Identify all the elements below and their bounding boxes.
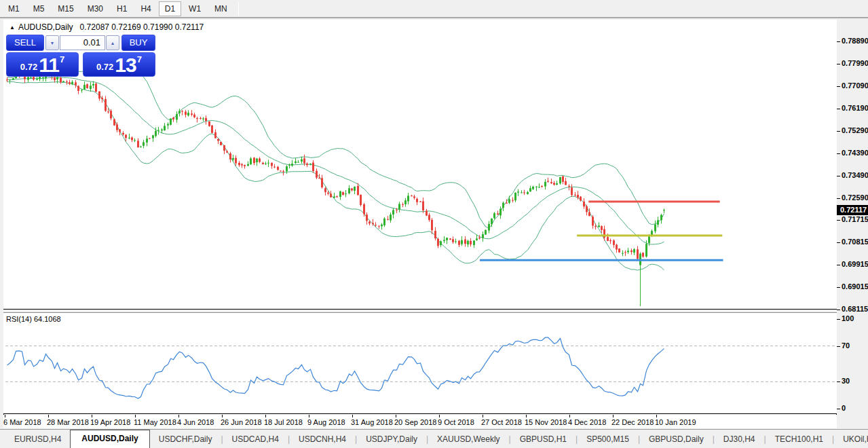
volume-input[interactable]: 0.01 bbox=[60, 35, 105, 50]
tab-gbpusd-daily[interactable]: GBPUSD,Daily bbox=[640, 431, 713, 448]
timeframe-toolbar: M1M5M15M30H1H4D1W1MN bbox=[0, 0, 868, 18]
rsi-tick-label: 0 bbox=[842, 404, 846, 412]
tab-dj30-h4[interactable]: DJ30,H4 bbox=[715, 431, 764, 448]
price-tick-mark bbox=[837, 41, 840, 42]
chart-title: ▲AUDUSD,Daily0.72087 0.72169 0.71990 0.7… bbox=[10, 22, 204, 32]
date-label: 31 Aug 2018 bbox=[351, 418, 393, 426]
ask-price-big-digits: 13 bbox=[115, 56, 136, 74]
one-click-trading-panel: SELL ▼ 0.01 ▲ BUY 0.72 11 7 0.72 13 7 bbox=[6, 34, 155, 77]
price-tick-mark bbox=[837, 109, 840, 109]
volume-increase-button[interactable]: ▲ bbox=[106, 35, 119, 50]
volume-decrease-button[interactable]: ▼ bbox=[45, 35, 59, 50]
date-label: 11 May 2018 bbox=[134, 418, 176, 426]
buy-button[interactable]: BUY bbox=[121, 35, 155, 51]
price-tick-label: 0.71715 bbox=[842, 215, 868, 223]
chevron-up-icon: ▲ bbox=[111, 41, 115, 45]
chart-symbol-label: AUDUSD,Daily bbox=[18, 22, 73, 32]
price-tick-mark bbox=[837, 198, 840, 199]
price-tick-label: 0.72590 bbox=[842, 193, 868, 202]
price-tick-label: 0.69915 bbox=[842, 260, 868, 268]
rsi-indicator-label: RSI(14) 64.1068 bbox=[6, 315, 61, 323]
date-label: 18 Jul 2018 bbox=[264, 418, 303, 426]
date-label: 20 Sep 2018 bbox=[394, 418, 436, 426]
date-label: 19 Apr 2018 bbox=[90, 418, 130, 426]
price-tick-label: 0.75290 bbox=[842, 126, 868, 134]
price-tick-label: 0.78890 bbox=[842, 37, 868, 45]
rsi-tick-label: 30 bbox=[842, 377, 850, 385]
date-label: 9 Aug 2018 bbox=[307, 418, 345, 426]
tab-xauusd-weekly[interactable]: XAUUSD,Weekly bbox=[428, 431, 508, 448]
price-tick-label: 0.77090 bbox=[842, 81, 868, 90]
timeframe-button-m30[interactable]: M30 bbox=[81, 1, 109, 16]
timeframe-button-d1[interactable]: D1 bbox=[159, 1, 181, 16]
price-tick-mark bbox=[837, 287, 840, 288]
tab-usdchf-daily[interactable]: USDCHF,Daily bbox=[150, 431, 221, 448]
trading-platform-window: M1M5M15M30H1H4D1W1MN ▲AUDUSD,Daily0.7208… bbox=[0, 0, 868, 448]
price-tick-mark bbox=[837, 220, 840, 221]
price-tick-mark bbox=[837, 176, 840, 176]
price-tick-label: 0.70815 bbox=[842, 238, 868, 246]
date-label: 4 Jun 2018 bbox=[177, 418, 214, 426]
tab-sp500-m15[interactable]: SP500,M15 bbox=[578, 431, 638, 448]
timeframe-button-h4[interactable]: H4 bbox=[134, 1, 157, 16]
rsi-tick-mark bbox=[837, 381, 840, 382]
timeframe-button-mn[interactable]: MN bbox=[208, 1, 233, 16]
tab-audusd-daily[interactable]: AUDUSD,Daily bbox=[70, 430, 149, 448]
rsi-tick-mark bbox=[837, 319, 840, 320]
price-tick-mark bbox=[837, 64, 840, 64]
price-tick-mark bbox=[837, 265, 840, 265]
timeframe-button-m1[interactable]: M1 bbox=[2, 1, 26, 16]
chart-tab-bar: EURUSD,H4AUDUSD,DailyUSDCHF,Daily|USDCAD… bbox=[0, 429, 868, 448]
tab-gbpusd-h1[interactable]: GBPUSD,H1 bbox=[511, 431, 575, 448]
ask-price-pipette: 7 bbox=[137, 54, 142, 64]
price-tick-mark bbox=[837, 153, 840, 154]
chevron-down-icon: ▼ bbox=[50, 41, 55, 45]
tab-usdcad-h4[interactable]: USDCAD,H4 bbox=[223, 431, 288, 448]
chart-ohlc-values: 0.72087 0.72169 0.71990 0.72117 bbox=[80, 22, 204, 32]
sell-price-button[interactable]: 0.72 11 7 bbox=[6, 52, 79, 77]
bid-price-big-digits: 11 bbox=[39, 56, 59, 74]
price-tick-label: 0.69015 bbox=[842, 282, 868, 291]
timeframe-button-m5[interactable]: M5 bbox=[27, 1, 51, 16]
tab-eurusd-h4[interactable]: EURUSD,H4 bbox=[5, 431, 70, 448]
tab-ukoil-h1[interactable]: UKOil,H1 bbox=[834, 431, 868, 448]
price-tick-mark bbox=[837, 131, 840, 132]
rsi-tick-label: 70 bbox=[842, 341, 850, 350]
price-axis[interactable]: 0.72117 0.788900.779900.770900.761900.75… bbox=[837, 20, 868, 428]
date-label: 10 Jan 2019 bbox=[655, 418, 696, 426]
toolbar-separator bbox=[238, 2, 239, 16]
expand-arrow-icon[interactable]: ▲ bbox=[10, 24, 15, 31]
price-tick-label: 0.74390 bbox=[842, 149, 868, 157]
date-label: 15 Nov 2018 bbox=[525, 418, 567, 426]
date-label: 22 Dec 2018 bbox=[611, 418, 654, 426]
price-tick-mark bbox=[837, 310, 840, 310]
rsi-tick-mark bbox=[837, 409, 840, 409]
bid-price-pipette: 7 bbox=[60, 54, 64, 64]
rsi-tick-label: 100 bbox=[842, 314, 854, 322]
timeframe-button-h1[interactable]: H1 bbox=[111, 1, 133, 16]
ask-price-prefix: 0.72 bbox=[96, 62, 113, 72]
bid-price-prefix: 0.72 bbox=[20, 62, 37, 72]
rsi-tick-mark bbox=[837, 346, 840, 347]
rsi-indicator-area[interactable] bbox=[3, 313, 837, 414]
price-tick-mark bbox=[837, 86, 840, 87]
date-label: 9 Oct 2018 bbox=[438, 418, 474, 426]
price-tick-label: 0.77990 bbox=[842, 59, 868, 67]
buy-price-button[interactable]: 0.72 13 7 bbox=[83, 52, 155, 77]
price-tick-mark bbox=[837, 242, 840, 243]
date-label: 26 Jun 2018 bbox=[221, 418, 262, 426]
date-label: 28 Mar 2018 bbox=[47, 418, 89, 426]
date-label: 6 Mar 2018 bbox=[3, 418, 41, 426]
price-tick-label: 0.76190 bbox=[842, 104, 868, 112]
tab-usdcnh-h4[interactable]: USDCNH,H4 bbox=[290, 431, 355, 448]
price-tick-label: 0.68115 bbox=[842, 305, 868, 313]
timeframe-button-m15[interactable]: M15 bbox=[52, 1, 79, 16]
date-label: 4 Dec 2018 bbox=[568, 418, 606, 426]
tab-usdjpy-daily[interactable]: USDJPY,Daily bbox=[357, 431, 426, 448]
current-price-badge: 0.72117 bbox=[837, 205, 868, 215]
date-label: 27 Oct 2018 bbox=[481, 418, 522, 426]
sell-button[interactable]: SELL bbox=[6, 35, 44, 51]
price-tick-label: 0.73490 bbox=[842, 171, 868, 179]
tab-tech100-h1[interactable]: TECH100,H1 bbox=[766, 431, 832, 448]
timeframe-button-w1[interactable]: W1 bbox=[183, 1, 207, 16]
